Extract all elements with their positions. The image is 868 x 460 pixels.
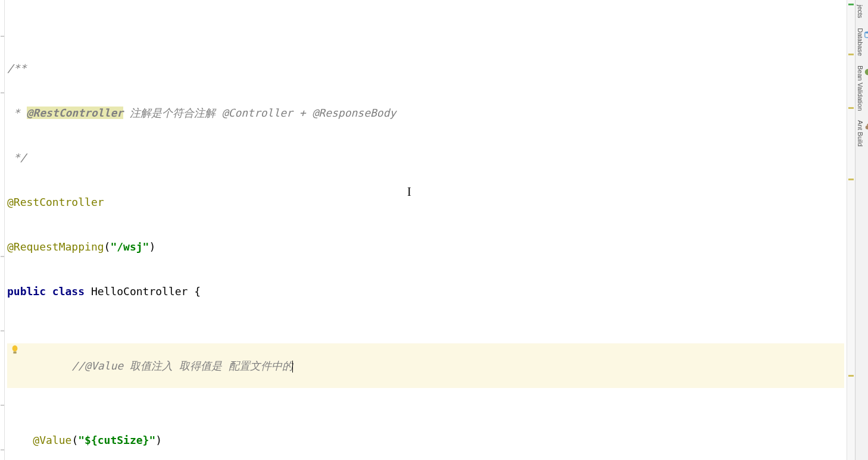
right-tool-rail: jects Database Bean Validation Ant Build <box>855 0 868 460</box>
comment: /** <box>7 62 27 74</box>
indent <box>7 434 33 446</box>
error-stripe[interactable] <box>847 0 855 460</box>
fold-mark[interactable] <box>1 405 4 406</box>
database-icon <box>864 30 868 39</box>
annotation: @RestController <box>7 196 104 208</box>
tool-tab-bean-validation[interactable]: Bean Validation <box>855 61 868 115</box>
svg-point-4 <box>866 125 868 129</box>
annotation: @RequestMapping <box>7 240 104 253</box>
fold-mark[interactable] <box>1 92 4 93</box>
svg-rect-1 <box>13 352 16 354</box>
string: "${cutSize}" <box>78 434 155 446</box>
caret <box>292 361 293 373</box>
keyword: class <box>52 285 91 298</box>
tool-tab-label: Ant Build <box>857 120 864 146</box>
bean-icon <box>864 68 868 76</box>
stripe-warning[interactable] <box>848 179 854 180</box>
current-line-highlight: //@Value 取值注入 取得值是 配置文件中的 <box>7 343 844 388</box>
comment: //@Value 取值注入 取得值是 配置文件中的 <box>71 359 292 372</box>
keyword: public <box>7 285 52 298</box>
annotation: @Value <box>33 434 71 446</box>
editor-container: I /** * @RestController 注解是个符合注解 @Contro… <box>0 0 868 460</box>
paren: ) <box>149 240 155 253</box>
svg-point-3 <box>865 68 868 75</box>
javadoc-tag: @RestController <box>27 107 124 119</box>
tool-tab-ant-build[interactable]: Ant Build <box>855 115 868 151</box>
class-name: HelloController <box>91 285 194 298</box>
stripe-warning[interactable] <box>848 375 854 377</box>
tool-tab-label: Database <box>857 28 864 56</box>
tool-tab-label: Bean Validation <box>857 65 864 111</box>
fold-mark[interactable] <box>1 256 4 257</box>
comment: 注解是个符合注解 @Controller + @ResponseBody <box>123 107 396 119</box>
fold-mark[interactable] <box>1 449 4 450</box>
paren: ) <box>155 434 162 446</box>
paren: ( <box>104 240 111 253</box>
comment: */ <box>7 151 27 164</box>
string: "/wsj" <box>110 240 149 253</box>
stripe-warning[interactable] <box>848 107 854 109</box>
svg-point-0 <box>13 345 18 352</box>
stripe-warning[interactable] <box>848 54 854 55</box>
indent <box>46 359 71 372</box>
paren: ( <box>71 434 78 446</box>
svg-point-2 <box>865 31 868 33</box>
fold-mark[interactable] <box>1 330 4 331</box>
comment: * <box>7 107 27 119</box>
tool-tab-projects[interactable]: jects <box>855 0 865 23</box>
code-editor[interactable]: I /** * @RestController 注解是个符合注解 @Contro… <box>5 0 847 460</box>
tool-tab-database[interactable]: Database <box>855 23 868 61</box>
fold-mark[interactable] <box>1 36 4 37</box>
intention-bulb-icon[interactable] <box>11 345 19 355</box>
brace: { <box>194 285 201 298</box>
ant-icon <box>864 123 868 131</box>
gutter[interactable] <box>0 0 5 460</box>
stripe-status-icon[interactable] <box>848 4 854 5</box>
